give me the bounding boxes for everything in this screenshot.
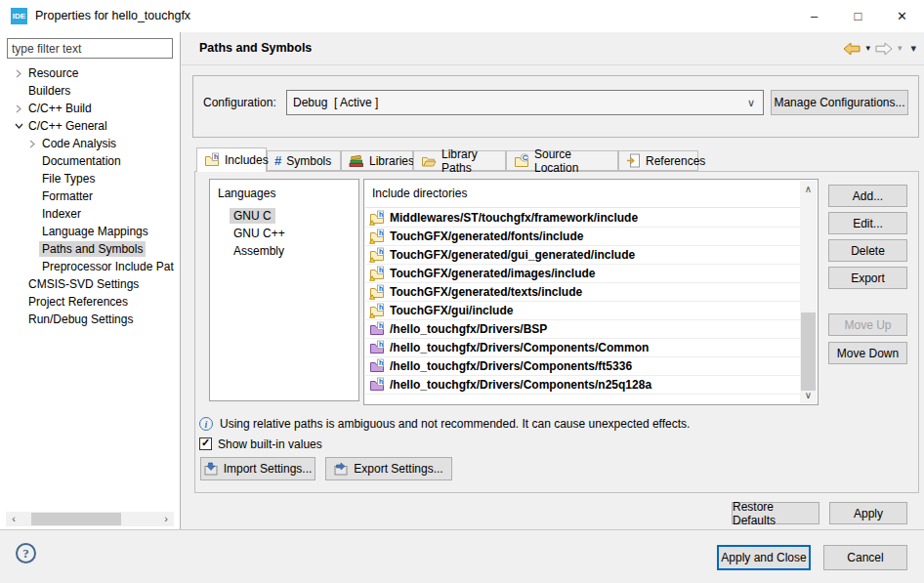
folder-h-warning-icon: h xyxy=(369,229,385,244)
notice-row: i Using relative paths is ambiguous and … xyxy=(199,417,690,431)
sidebar-item-project-references[interactable]: Project References xyxy=(12,293,131,311)
workspace-folder-h-icon: h xyxy=(369,340,385,355)
include-directory-row[interactable]: h TouchGFX/generated/texts/include xyxy=(365,282,800,302)
scroll-right-button[interactable]: › xyxy=(158,512,174,526)
svg-text:C: C xyxy=(523,153,528,162)
vertical-scrollbar[interactable]: ∧ ∨ xyxy=(800,181,817,403)
move-down-button[interactable]: Move Down xyxy=(828,342,907,364)
folder-h-warning-icon: h xyxy=(369,284,385,300)
folder-h-warning-icon: h xyxy=(369,247,385,263)
tab-includes[interactable]: h Includes xyxy=(196,147,267,172)
sidebar: Resource Builders C/C++ Build C/C++ Gene… xyxy=(0,32,181,529)
sidebar-item-builders[interactable]: Builders xyxy=(12,82,73,100)
include-directory-row[interactable]: h TouchGFX/generated/gui_generated/inclu… xyxy=(365,245,800,265)
chevron-right-icon[interactable] xyxy=(25,140,39,148)
sidebar-item-documentation[interactable]: Documentation xyxy=(25,152,124,170)
language-item-gnu-cpp[interactable]: GNU C++ xyxy=(230,225,289,242)
language-item-assembly[interactable]: Assembly xyxy=(230,242,288,260)
tab-library-paths[interactable]: Library Paths xyxy=(413,150,506,171)
include-directory-row[interactable]: h /hello_touchgfx/Drivers/BSP xyxy=(365,319,800,339)
sidebar-item-preprocessor-include-paths[interactable]: Preprocessor Include Pat xyxy=(25,258,177,275)
sidebar-item-formatter[interactable]: Formatter xyxy=(25,187,96,205)
tab-references[interactable]: References xyxy=(618,150,698,171)
import-settings-icon xyxy=(204,462,219,476)
back-icon[interactable] xyxy=(843,42,861,56)
configuration-select[interactable]: Debug [ Active ] ∨ xyxy=(286,90,764,115)
include-directory-row[interactable]: h TouchGFX/generated/images/include xyxy=(365,264,800,283)
horizontal-scrollbar[interactable]: ‹ › xyxy=(6,512,174,526)
apply-button[interactable]: Apply xyxy=(829,502,907,524)
sidebar-item-file-types[interactable]: File Types xyxy=(25,170,98,187)
export-button[interactable]: Export xyxy=(828,267,907,289)
minimize-button[interactable]: – xyxy=(792,0,836,32)
svg-text:h: h xyxy=(379,267,383,273)
svg-text:h: h xyxy=(379,285,383,292)
forward-dropdown-icon[interactable]: ▾ xyxy=(898,44,903,53)
back-dropdown-icon[interactable]: ▾ xyxy=(865,44,870,53)
import-settings-button[interactable]: Import Settings... xyxy=(200,457,315,480)
export-settings-button[interactable]: Export Settings... xyxy=(325,457,452,480)
forward-icon[interactable] xyxy=(875,42,893,56)
workspace-folder-h-icon: h xyxy=(369,358,385,374)
svg-text:h: h xyxy=(379,322,383,329)
scrollbar-thumb[interactable] xyxy=(31,513,121,525)
scroll-left-button[interactable]: ‹ xyxy=(6,512,21,526)
include-folder-icon: h xyxy=(204,152,220,168)
sidebar-item-cpp-build[interactable]: C/C++ Build xyxy=(12,100,95,117)
tab-source-location[interactable]: C Source Location xyxy=(506,150,618,171)
close-button[interactable]: ✕ xyxy=(880,0,924,32)
sidebar-item-paths-and-symbols[interactable]: Paths and Symbols xyxy=(25,240,146,258)
chevron-right-icon[interactable] xyxy=(12,104,25,113)
scroll-down-button[interactable]: ∨ xyxy=(800,387,817,403)
sidebar-item-code-analysis[interactable]: Code Analysis xyxy=(25,135,119,152)
include-directory-row[interactable]: h /hello_touchgfx/Drivers/Components/Com… xyxy=(365,338,800,357)
window-title: Properties for hello_touchgfx xyxy=(35,0,190,32)
include-directory-row[interactable]: h TouchGFX/gui/include xyxy=(365,301,800,320)
add-button[interactable]: Add... xyxy=(828,185,907,207)
manage-configurations-button[interactable]: Manage Configurations... xyxy=(771,90,908,115)
edit-button[interactable]: Edit... xyxy=(828,212,907,234)
svg-text:h: h xyxy=(379,359,383,366)
apply-and-close-button[interactable]: Apply and Close xyxy=(717,545,811,570)
help-icon[interactable]: ? xyxy=(16,543,36,563)
check-icon: ✓ xyxy=(201,437,210,449)
svg-text:h: h xyxy=(379,378,383,385)
app-icon: IDE xyxy=(11,8,27,24)
language-item-gnu-c[interactable]: GNU C xyxy=(230,207,275,225)
sidebar-item-language-mappings[interactable]: Language Mappings xyxy=(25,223,151,240)
chevron-right-icon[interactable] xyxy=(12,69,25,78)
sidebar-item-cmsis-svd-settings[interactable]: CMSIS-SVD Settings xyxy=(12,275,142,293)
delete-button[interactable]: Delete xyxy=(828,239,907,262)
svg-text:h: h xyxy=(379,341,383,348)
svg-text:h: h xyxy=(379,248,383,255)
include-directory-row[interactable]: h Middlewares/ST/touchgfx/framework/incl… xyxy=(365,208,800,228)
sidebar-item-run-debug-settings[interactable]: Run/Debug Settings xyxy=(12,311,136,328)
filter-input[interactable] xyxy=(7,38,173,59)
scrollbar-thumb[interactable] xyxy=(801,312,816,391)
view-menu-icon[interactable]: ▾ xyxy=(910,44,916,53)
tab-libraries[interactable]: Libraries xyxy=(341,150,413,171)
configuration-label: Configuration: xyxy=(203,96,276,109)
include-directory-row[interactable]: h /hello_touchgfx/Drivers/Components/n25… xyxy=(365,375,800,395)
scroll-up-button[interactable]: ∧ xyxy=(800,181,817,197)
restore-defaults-button[interactable]: Restore Defaults xyxy=(732,502,819,524)
show-built-in-values-checkbox[interactable]: ✓ xyxy=(199,437,212,450)
svg-text:h: h xyxy=(379,304,383,311)
cancel-button[interactable]: Cancel xyxy=(823,545,907,570)
move-up-button[interactable]: Move Up xyxy=(828,313,907,336)
include-directory-row[interactable]: h TouchGFX/generated/fonts/include xyxy=(365,227,800,246)
open-folder-icon xyxy=(421,153,437,169)
chevron-down-icon[interactable] xyxy=(12,122,25,130)
workspace-folder-h-icon: h xyxy=(369,377,385,393)
languages-title: Languages xyxy=(218,187,275,200)
include-directory-row[interactable]: h /hello_touchgfx/Drivers/Components/ft5… xyxy=(365,356,800,376)
info-icon: i xyxy=(199,417,213,431)
sidebar-item-indexer[interactable]: Indexer xyxy=(25,205,84,223)
sidebar-item-resource[interactable]: Resource xyxy=(12,64,81,82)
tab-symbols[interactable]: # Symbols xyxy=(267,150,341,171)
configuration-value: Debug [ Active ] xyxy=(293,96,378,109)
maximize-button[interactable]: □ xyxy=(836,0,880,32)
svg-text:h: h xyxy=(379,229,383,236)
svg-text:h: h xyxy=(379,211,383,218)
sidebar-item-cpp-general[interactable]: C/C++ General xyxy=(12,117,110,135)
